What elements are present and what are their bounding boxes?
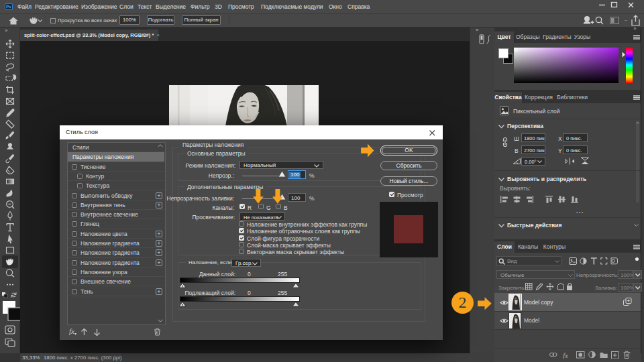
svg-text:fx: fx — [563, 351, 568, 359]
